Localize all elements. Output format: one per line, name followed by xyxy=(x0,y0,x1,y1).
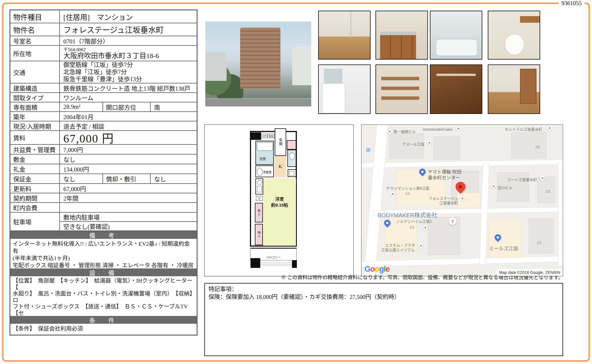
photo-side-building xyxy=(292,47,311,85)
special-notes-title: 特記事項： xyxy=(208,285,559,293)
map-pin-icon xyxy=(387,129,392,134)
remarks-text: インターネット無料化導入!! / 広いエントランス・EV2基♪ / 短期違約金有… xyxy=(10,239,197,268)
map-block-number: 16 xyxy=(535,144,540,149)
photo-loft xyxy=(375,64,428,114)
photo-washstand xyxy=(318,64,371,114)
conditions-line: 【条件】 保証会社利用必須 xyxy=(13,325,194,332)
photo-main-tower xyxy=(240,28,280,89)
map-road xyxy=(558,162,563,266)
floorplan-washer-space xyxy=(288,169,296,177)
equipment-line: 水廻り】 風呂・洗面台・バス・トイレ別・洗濯機置場（室内） 【収納】 ロ xyxy=(13,291,194,304)
floorplan-main-room: 洋室 約9.15帖 xyxy=(263,178,296,246)
amortization-value: なし xyxy=(151,174,197,183)
bathtub-icon xyxy=(257,142,273,151)
map-pin-icon xyxy=(547,126,552,130)
floorplan-railing xyxy=(261,262,292,267)
floorplan-column xyxy=(251,132,261,140)
map-block-number: 19 xyxy=(545,189,550,194)
row-label: 現況/入居時期 xyxy=(10,121,60,130)
map-pin-icon xyxy=(540,176,545,180)
photo-detail xyxy=(380,32,416,35)
map-label: 吉川ビル xyxy=(498,185,513,190)
floorplan-bathroom: 浴室 xyxy=(255,141,274,165)
rent-value: 67,000 円 xyxy=(60,131,197,144)
photo-toilet xyxy=(488,11,540,60)
floorplan-kitchen-counter xyxy=(255,178,263,195)
balcony-label: バルコニー xyxy=(266,255,281,259)
photo-detail xyxy=(350,11,351,37)
row-value xyxy=(60,203,197,212)
access-cell: 御堂筋線「江坂」徒歩7分 北急線「江坂」徒歩7分 阪急千里線「豊津」徒歩13分 xyxy=(60,61,197,83)
photo-detail xyxy=(505,34,524,55)
row-label: 駐車場 xyxy=(10,213,60,230)
floorplan-drawing: MB 電室 玄関 浴室 K 洗面室 ロフト 約1.2帖 xyxy=(250,128,298,269)
section-header-conditions: 条 件 xyxy=(10,316,197,324)
photo-kitchen xyxy=(375,11,428,60)
row-label: 敷金 xyxy=(10,155,60,164)
map-road xyxy=(363,124,388,277)
parking-line: 空きなし(要確認) xyxy=(60,222,197,230)
remarks-line: (半年未満で共込1ヶ月) xyxy=(13,255,194,262)
sink-circle-icon xyxy=(257,180,262,185)
photo-road xyxy=(205,99,311,106)
map-road xyxy=(361,160,563,168)
map-building xyxy=(488,220,521,258)
map-label: チサンマンション第6江坂 xyxy=(386,185,429,191)
row-value: 7,000円 xyxy=(60,145,197,154)
parking-line: 敷地内駐車場 xyxy=(60,213,197,222)
floorplan-kitchen: K xyxy=(274,156,286,177)
photo-bathroom xyxy=(430,11,482,60)
guarantee-value: なし xyxy=(60,174,103,183)
row-label: 建築構造 xyxy=(10,83,60,92)
google-logo-letter: o xyxy=(370,265,375,273)
map-pin-icon xyxy=(419,243,423,248)
section-header-equipment: 設 備 xyxy=(10,268,197,276)
table-row: 物件名 フォレステージュ江坂垂水町 xyxy=(10,23,197,36)
map-building xyxy=(457,193,480,208)
floorplan-column xyxy=(292,260,297,268)
remarks-line: 宅配ボックス 暗証番号 ・ 管理形態 清掃 ・ エレベータ 各階有 ・ 冷暖房 xyxy=(13,262,194,268)
entrance-label: 玄関 xyxy=(278,138,283,146)
map-pin-icon xyxy=(427,140,432,145)
map-label: 江坂公園エイジアム xyxy=(381,247,415,252)
photo-detail xyxy=(380,34,416,59)
photo-living-room xyxy=(318,11,371,60)
access-line: 御堂筋線「江坂」徒歩7分 xyxy=(63,61,133,68)
map-pin-icon xyxy=(491,184,496,188)
photo-detail xyxy=(520,69,536,104)
amortization-label: 償却・敷引 xyxy=(103,174,151,183)
document-id: 9361055 xyxy=(559,0,585,7)
row-label: 間取タイプ xyxy=(10,93,60,102)
table-row: 建築構造 鉄骨鉄筋コンクリート造 地上13階 総戸数138戸 xyxy=(10,83,197,93)
access-line: 阪急千里線「豊津」徒歩13分 xyxy=(63,76,142,83)
row-label: 号室名 xyxy=(10,36,60,45)
floorplan-toilet xyxy=(287,150,296,167)
property-details-table: 物件種目 [住居用] マンション 物件名 フォレステージュ江坂垂水町 号室名 0… xyxy=(10,9,198,336)
property-name: フォレステージュ江坂垂水町 xyxy=(60,23,197,36)
row-label: 礼金 xyxy=(10,164,60,174)
photo-building-exterior xyxy=(205,22,311,106)
map-attribution: Map data ©2018 Google, ZENRIN xyxy=(497,269,563,276)
row-value: なし xyxy=(60,155,197,164)
map-road xyxy=(480,164,489,264)
table-row: 保証金 なし 償却・敷引 なし xyxy=(10,174,197,184)
room-size: 約9.15帖 xyxy=(263,202,296,208)
remarks-line: インターネット無料化導入!! / 広いエントランス・EV2基♪ / 短期違約金有 xyxy=(13,240,194,255)
row-value: 67,000円 xyxy=(60,184,197,193)
photo-hallway xyxy=(488,64,540,114)
conditions-text: 【条件】 保証会社利用必須 xyxy=(10,324,197,335)
table-row: 駐車場 敷地内駐車場 空きなし(要確認) xyxy=(10,213,197,231)
row-label: 専有面積 xyxy=(10,102,60,111)
bath-label: 浴室 xyxy=(259,156,266,161)
floorplan-column xyxy=(251,258,260,268)
table-row: 共益費・管理費 7,000円 xyxy=(10,145,197,155)
row-label: 所在地 xyxy=(10,46,60,61)
map-label: アスール江坂 xyxy=(402,141,424,147)
map-label: 垂水町センター xyxy=(428,174,460,181)
map-label-business: BODYMAKER株式会社 xyxy=(377,211,437,219)
table-row: 交通 御堂筋線「江坂」徒歩7分 北急線「江坂」徒歩7分 阪急千里線「豊津」徒歩1… xyxy=(10,61,197,83)
washer-icon xyxy=(289,171,294,176)
washroom-label: 洗面室 xyxy=(263,170,272,174)
row-value: 0701（7階部分） xyxy=(60,36,197,45)
map-block-number: 18 xyxy=(405,191,410,196)
